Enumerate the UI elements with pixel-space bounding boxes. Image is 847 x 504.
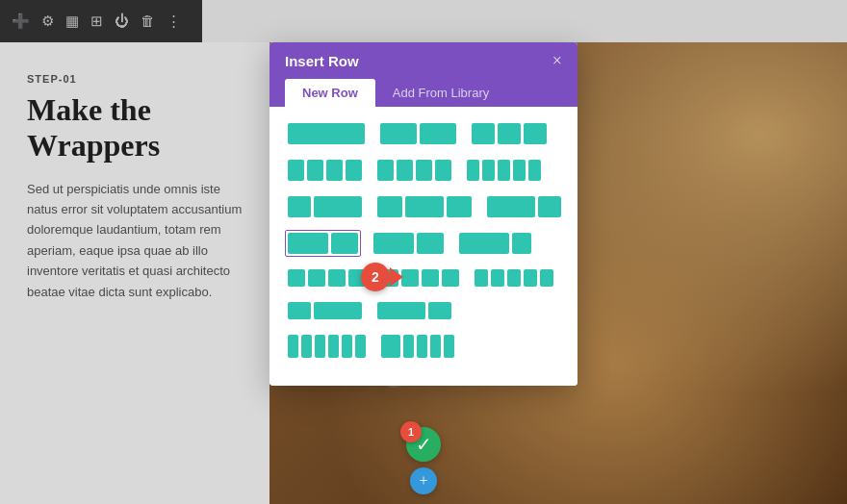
layout-1col[interactable] bbox=[285, 120, 368, 147]
modal-tabs: New Row Add From Library bbox=[270, 79, 578, 107]
layout-7b[interactable] bbox=[378, 332, 457, 361]
add-row-button-container: ✓ 1 bbox=[406, 427, 441, 462]
layout-2col-equal[interactable] bbox=[377, 120, 459, 147]
settings-icon[interactable]: ⚙ bbox=[41, 13, 54, 30]
layout-5a[interactable] bbox=[285, 266, 369, 290]
layout-7a[interactable] bbox=[285, 332, 369, 361]
layout-wide-1[interactable] bbox=[484, 193, 564, 220]
modal-body bbox=[270, 107, 578, 386]
layout-row-3 bbox=[285, 193, 562, 220]
layout-row-5 bbox=[285, 266, 562, 290]
modal-title: Insert Row bbox=[285, 53, 359, 69]
layout-row-6 bbox=[285, 299, 562, 322]
layout-3col-equal[interactable] bbox=[469, 120, 550, 147]
layout-2-right[interactable] bbox=[456, 230, 534, 257]
trash-icon[interactable]: 🗑 bbox=[141, 13, 155, 30]
layout-row-4 bbox=[285, 230, 562, 257]
layout-row-1 bbox=[285, 120, 562, 147]
step-badge-2: 2 bbox=[361, 263, 390, 291]
add-section-button[interactable]: + bbox=[410, 467, 437, 494]
tab-add-from-library[interactable]: Add From Library bbox=[375, 79, 506, 107]
layout-4col-wide[interactable] bbox=[374, 157, 454, 184]
layout-wide-center[interactable] bbox=[371, 230, 447, 257]
layout-6b[interactable] bbox=[374, 299, 454, 322]
layout-row-7 bbox=[285, 332, 562, 361]
step-badge-1: 1 bbox=[400, 421, 422, 442]
power-icon[interactable]: ⏻ bbox=[115, 13, 129, 30]
toolbar: ➕ ⚙ ▦ ⊞ ⏻ 🗑 ⋮ bbox=[0, 0, 202, 42]
layout-2-wide-1[interactable] bbox=[374, 193, 475, 220]
layout-6a[interactable] bbox=[285, 299, 365, 322]
tab-new-row[interactable]: New Row bbox=[285, 79, 375, 107]
more-icon[interactable]: ⋮ bbox=[167, 13, 181, 30]
grid-icon[interactable]: ▦ bbox=[65, 13, 79, 30]
insert-row-modal: Insert Row × New Row Add From Library bbox=[270, 42, 578, 386]
bottom-buttons: ✓ 1 + bbox=[406, 427, 441, 494]
layout-wide-small-selected[interactable] bbox=[285, 230, 361, 257]
add-icon[interactable]: ➕ bbox=[12, 13, 30, 30]
layout-4col-small[interactable] bbox=[285, 157, 365, 184]
badge-arrow bbox=[390, 267, 403, 287]
layout-icon[interactable]: ⊞ bbox=[90, 13, 103, 30]
layout-row-2 bbox=[285, 157, 562, 184]
modal-header: Insert Row × bbox=[270, 42, 578, 79]
modal-close-button[interactable]: × bbox=[552, 52, 562, 69]
layout-5col[interactable] bbox=[464, 157, 544, 184]
layout-1-2-wide[interactable] bbox=[285, 193, 365, 220]
layout-5c[interactable] bbox=[472, 266, 556, 290]
